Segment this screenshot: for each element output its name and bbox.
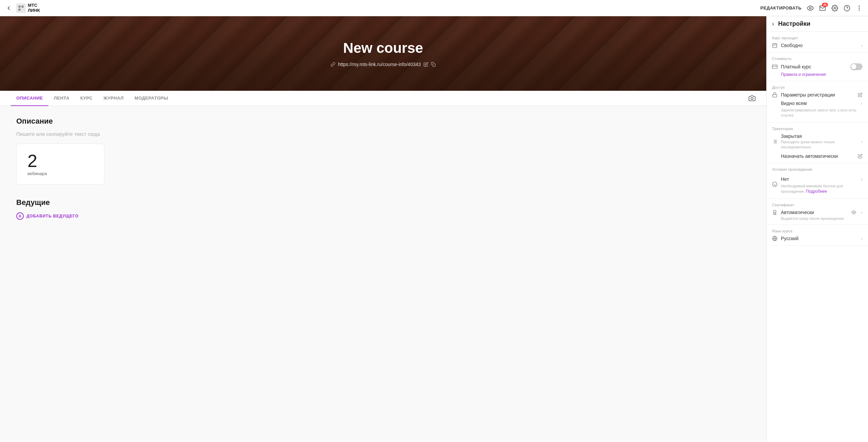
plus-icon: + bbox=[16, 212, 24, 220]
sidebar-collapse-icon[interactable]: › bbox=[772, 20, 774, 27]
trajectory-section: Траектория Закрытая Проходить уроки можн… bbox=[767, 123, 868, 163]
camera-icon[interactable] bbox=[749, 95, 755, 102]
svg-point-25 bbox=[772, 182, 777, 186]
auto-assign-row: Назначать автоматически bbox=[781, 153, 863, 159]
paid-course-toggle[interactable] bbox=[850, 63, 863, 70]
card-icon bbox=[772, 64, 777, 69]
passing-desc: Необходимый минимум баллов для прохожден… bbox=[781, 184, 863, 194]
logo: МТС ЛИНК bbox=[16, 3, 40, 13]
language-row: Русский › bbox=[772, 236, 863, 241]
logo-icon bbox=[16, 3, 26, 13]
course-schedule-value: Свободно bbox=[781, 43, 857, 48]
cost-section: Стоимость Платный курс Правила и огранич… bbox=[767, 52, 868, 81]
content-area: Описание Пишите или скопируйте текст сюд… bbox=[0, 106, 766, 442]
passing-conditions-section: Условия прохождения Нет › Необходимый ми… bbox=[767, 163, 868, 199]
passing-row: Нет › Необходимый минимум баллов для про… bbox=[772, 174, 863, 194]
edit-button[interactable]: РЕДАКТИРОВАТЬ bbox=[761, 5, 802, 10]
language-arrow-icon: › bbox=[861, 236, 863, 241]
back-button[interactable] bbox=[5, 5, 12, 12]
left-content: New course https://my.mts-link.ru/course… bbox=[0, 16, 766, 442]
sidebar-title: Настройки bbox=[778, 20, 810, 27]
svg-rect-0 bbox=[19, 5, 21, 7]
sidebar-header: › Настройки bbox=[767, 16, 868, 32]
course-url-link[interactable]: https://my.mts-link.ru/course-info/40343 bbox=[338, 62, 421, 67]
tab-moderators[interactable]: МОДЕРАТОРЫ bbox=[129, 91, 174, 106]
svg-point-9 bbox=[859, 10, 860, 10]
svg-rect-2 bbox=[19, 8, 21, 10]
visibility-row: Видно всем › bbox=[781, 100, 863, 106]
preview-icon[interactable] bbox=[807, 5, 814, 12]
svg-point-29 bbox=[853, 212, 855, 213]
svg-rect-18 bbox=[773, 94, 777, 97]
certificate-icon bbox=[772, 210, 777, 215]
trajectory-type-row: Закрытая Проходить уроки можно только по… bbox=[772, 133, 863, 150]
reg-params-row: Параметры регистрации bbox=[772, 92, 863, 98]
svg-rect-10 bbox=[433, 64, 435, 66]
notification-badge: 45 bbox=[822, 3, 828, 7]
main-layout: New course https://my.mts-link.ru/course… bbox=[0, 16, 868, 442]
svg-point-7 bbox=[859, 6, 860, 6]
svg-rect-16 bbox=[772, 65, 777, 69]
settings-icon[interactable] bbox=[831, 5, 838, 12]
access-label: Доступ bbox=[772, 85, 863, 89]
svg-point-8 bbox=[859, 8, 860, 8]
cost-row: Платный курс bbox=[772, 63, 863, 70]
language-value: Русский bbox=[781, 236, 857, 241]
toggle-knob bbox=[851, 64, 856, 69]
course-schedule-section: Курс проходит Свободно › bbox=[767, 32, 868, 52]
stats-number: 2 bbox=[27, 152, 37, 170]
hosts-title: Ведущие bbox=[16, 198, 750, 207]
reg-params-edit-icon[interactable] bbox=[858, 92, 863, 97]
tab-feed[interactable]: ЛЕНТА bbox=[48, 91, 75, 106]
svg-point-4 bbox=[834, 7, 836, 9]
passing-arrow-icon: › bbox=[861, 176, 863, 182]
certificate-value: Автоматически bbox=[781, 210, 847, 215]
trajectory-label: Траектория bbox=[772, 127, 863, 131]
language-label: Язык курса bbox=[772, 229, 863, 233]
tab-journal[interactable]: ЖУРНАЛ bbox=[98, 91, 129, 106]
svg-point-28 bbox=[773, 210, 776, 213]
top-nav: МТС ЛИНК РЕДАКТИРОВАТЬ 45 bbox=[0, 0, 868, 16]
tab-course[interactable]: КУРС bbox=[75, 91, 98, 106]
help-icon[interactable] bbox=[844, 5, 850, 12]
passing-link[interactable]: Подробнее bbox=[806, 189, 827, 194]
passing-conditions-label: Условия прохождения bbox=[772, 167, 863, 171]
more-icon[interactable] bbox=[856, 5, 863, 12]
course-schedule-row: Свободно › bbox=[772, 43, 863, 48]
svg-rect-12 bbox=[773, 44, 777, 48]
add-host-button[interactable]: + ДОБАВИТЬ ВЕДУЩЕГО bbox=[16, 212, 750, 220]
stats-box: 2 вебинара bbox=[16, 144, 104, 185]
tabs-bar: ОПИСАНИЕ ЛЕНТА КУРС ЖУРНАЛ МОДЕРАТОРЫ bbox=[0, 91, 766, 106]
visibility-desc: Зарегистрироваться смогут все, у кого ес… bbox=[781, 108, 863, 118]
svg-rect-1 bbox=[22, 5, 24, 7]
auto-assign-label: Назначать автоматически bbox=[781, 153, 858, 159]
calendar-icon bbox=[772, 43, 777, 48]
svg-point-3 bbox=[810, 7, 811, 9]
hero-banner: New course https://my.mts-link.ru/course… bbox=[0, 16, 766, 91]
language-section: Язык курса Русский › bbox=[767, 225, 868, 246]
passing-value: Нет bbox=[781, 176, 861, 182]
rules-link[interactable]: Правила и ограничения bbox=[781, 72, 863, 77]
trajectory-icon bbox=[772, 139, 777, 144]
certificate-row: Автоматически › bbox=[772, 210, 863, 215]
auto-assign-edit-icon[interactable] bbox=[858, 154, 863, 159]
lock-icon bbox=[772, 92, 777, 98]
visibility-arrow-icon: › bbox=[861, 100, 863, 106]
access-section: Доступ Параметры регистрации Видн bbox=[767, 81, 868, 123]
paid-course-label: Платный курс bbox=[781, 64, 847, 69]
tab-description[interactable]: ОПИСАНИЕ bbox=[11, 91, 48, 106]
course-url-row: https://my.mts-link.ru/course-info/40343 bbox=[331, 62, 436, 67]
course-title: New course bbox=[343, 40, 423, 56]
course-schedule-label: Курс проходит bbox=[772, 36, 863, 40]
copy-url-icon[interactable] bbox=[431, 62, 436, 67]
certificate-visibility-icon[interactable] bbox=[851, 210, 856, 215]
emoji-icon bbox=[772, 182, 777, 187]
nav-left: МТС ЛИНК bbox=[5, 3, 40, 13]
edit-url-icon[interactable] bbox=[423, 62, 428, 67]
visibility-value: Видно всем bbox=[781, 101, 861, 106]
trajectory-desc: Проходить уроки можно только последовате… bbox=[781, 140, 857, 150]
stats-label: вебинара bbox=[27, 171, 47, 176]
certificate-arrow-icon: › bbox=[861, 210, 863, 215]
trajectory-arrow-icon: › bbox=[861, 139, 863, 144]
notifications-icon[interactable]: 45 bbox=[819, 5, 826, 12]
